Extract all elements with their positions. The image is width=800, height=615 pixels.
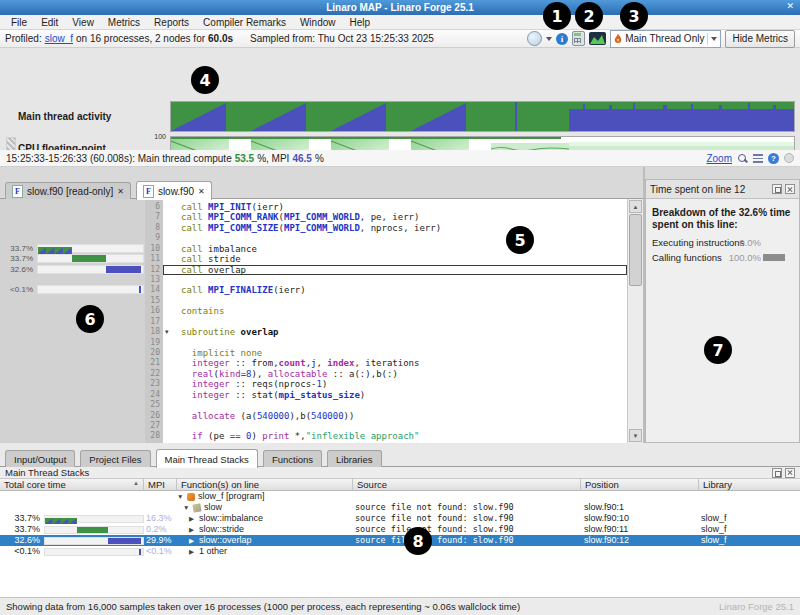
stacks-close-icon[interactable] [785,468,795,478]
stacks-table-header[interactable]: Total core time ▲ MPI Function(s) on lin… [0,478,800,491]
code-line[interactable]: call MPI_FINALIZE(ierr) [163,285,627,295]
hide-metrics-button[interactable]: Hide Metrics [725,30,795,48]
code-line[interactable]: call imbalance [163,244,627,254]
expand-icon[interactable]: ▼ [177,491,184,502]
bottom-tab-functions[interactable]: Functions [263,450,322,468]
list-icon[interactable] [753,154,763,163]
line-number: 15 [150,296,160,306]
menu-help[interactable]: Help [342,16,377,29]
code-line[interactable]: call overlap [163,265,627,275]
close-panel-icon[interactable] [785,184,795,194]
code-line[interactable]: call stride [163,254,627,264]
code-line[interactable]: implicit none [163,348,627,358]
expand-icon[interactable]: ▶ [189,513,196,524]
scroll-up-icon[interactable]: ▲ [629,200,642,213]
time-bar [139,549,141,555]
compute-percent: 53.5 [235,153,254,164]
reset-icon[interactable] [784,153,794,163]
title-bar: Linaro MAP - Linaro Forge 25.1 ✕ [0,0,800,15]
stack-row[interactable]: <0.1%<0.1%▶1 other [0,546,800,557]
menu-compiler-remarks[interactable]: Compiler Remarks [196,16,293,29]
code-line[interactable]: integer :: from,count,j, index, iteratio… [163,358,627,368]
expand-icon[interactable]: ▶ [189,535,196,546]
annotation-badge-8: 8 [404,527,432,555]
code-line[interactable]: call MPI_INIT(ierr) [163,202,627,212]
bottom-tab-main-thread-stacks[interactable]: Main Thread Stacks [156,449,258,468]
expand-icon[interactable]: ▶ [189,524,196,535]
gutter-percent: 32.6% [2,265,33,274]
menu-reports[interactable]: Reports [147,16,196,29]
combo-dropdown-icon[interactable] [711,37,717,41]
line-number: 13 [150,275,160,285]
library-text: slow_f [701,524,727,535]
time-bar [106,266,141,273]
undock-icon[interactable] [772,184,782,194]
line-number: 7 [155,212,160,222]
stack-row[interactable]: ▼slow_f [program] [0,491,800,502]
gutter-time-entry: 33.7% [0,244,145,253]
profile-icon[interactable] [527,31,542,46]
tab-close-icon[interactable]: ✕ [117,187,124,196]
info-icon[interactable]: i [556,33,568,45]
code-line[interactable] [163,317,627,327]
zoom-link[interactable]: Zoom [706,153,732,164]
activity-label: Main thread activity [18,111,111,122]
editor-tab[interactable]: Fslow.f90✕ [136,181,212,200]
menu-file[interactable]: File [4,16,34,29]
code-editor[interactable]: call MPI_INIT(ierr)call MPI_COMM_RANK(MP… [163,199,627,443]
code-line[interactable]: call MPI_COMM_RANK(MPI_COMM_WORLD, pe, i… [163,212,627,222]
time-summary-bar: 15:25:33-15:26:33 (60.008s): Main thread… [0,150,800,167]
code-line[interactable]: integer :: reqs(nprocs-1) [163,379,627,389]
scroll-down-icon[interactable]: ▼ [629,429,642,442]
scrollbar-thumb[interactable] [629,214,642,286]
stack-row[interactable]: 32.6%29.9%▶slow::overlapsource file not … [0,535,800,546]
stack-row[interactable]: ▼slowsource file not found: slow.f90slow… [0,502,800,513]
program-link[interactable]: slow_f [45,33,73,44]
code-line[interactable]: subroutine overlap [163,327,627,337]
profile-dropdown-icon[interactable] [546,37,552,41]
menu-view[interactable]: View [65,16,101,29]
bottom-tab-input-output[interactable]: Input/Output [5,450,75,468]
code-line[interactable]: contains [163,306,627,316]
bottom-tab-libraries[interactable]: Libraries [327,450,381,468]
menu-window[interactable]: Window [293,16,343,29]
help-icon[interactable]: ? [768,153,779,164]
activity-chart[interactable] [170,101,795,132]
window-close-icon[interactable]: ✕ [786,1,794,11]
zoom-select-icon[interactable] [737,153,748,164]
code-line[interactable] [163,275,627,285]
editor-scrollbar[interactable]: ▲ ▼ [627,199,643,443]
code-line[interactable]: call MPI_COMM_SIZE(MPI_COMM_WORLD, nproc… [163,223,627,233]
code-line[interactable] [163,400,627,410]
stack-row[interactable]: 33.7%16.3%▶slow::imbalancesource file no… [0,513,800,524]
code-line[interactable]: real(kind=8), allocatable :: a(:),b(:) [163,369,627,379]
thread-mode-select[interactable]: Main Thread Only [610,30,721,48]
stack-row[interactable]: 33.7%0.2%▶slow::stridesource file not fo… [0,524,800,535]
line-number: 20 [150,348,160,358]
function-name: slow_f [program] [198,491,265,502]
code-line[interactable]: allocate (a(540000),b(540000)) [163,411,627,421]
metrics-view-icon[interactable] [589,32,606,45]
bottom-dock: Input/OutputProject FilesMain Thread Sta… [0,443,800,597]
calculator-icon[interactable] [572,31,585,46]
code-line[interactable]: integer :: stat(mpi_status_size) [163,390,627,400]
expand-icon[interactable]: ▶ [189,546,196,557]
thread-mode-value: Main Thread Only [625,33,704,44]
code-line[interactable] [163,233,627,243]
fold-marker-icon[interactable]: ▾ [165,328,169,336]
breakdown-bar [763,254,785,261]
editor-tab[interactable]: Fslow.f90 [read-only]✕ [5,182,131,200]
line-number: 6 [155,202,160,212]
bottom-tab-project-files[interactable]: Project Files [80,450,150,468]
code-line[interactable]: if (pe == 0) print *,"inflexible approac… [163,431,627,441]
expand-icon[interactable]: ▼ [183,502,190,513]
menu-metrics[interactable]: Metrics [101,16,147,29]
stacks-undock-icon[interactable] [772,468,782,478]
code-line[interactable] [163,421,627,431]
line-number: 14 [150,285,160,295]
row-bar-track [44,548,144,556]
code-line[interactable] [163,338,627,348]
code-line[interactable] [163,296,627,306]
tab-close-icon[interactable]: ✕ [198,187,205,196]
menu-edit[interactable]: Edit [34,16,65,29]
